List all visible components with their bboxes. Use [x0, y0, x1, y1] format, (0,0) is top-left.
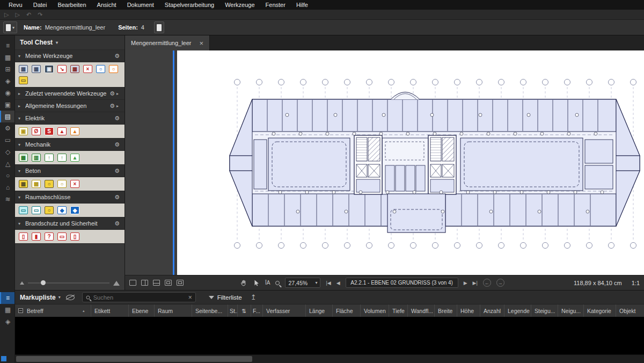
split-horizontal-icon[interactable] — [153, 280, 160, 286]
single-page-icon[interactable] — [129, 280, 136, 286]
menu-item[interactable]: Fenster — [260, 0, 291, 10]
menu-item[interactable]: Stapelverarbeitung — [159, 0, 219, 10]
page-setup-button[interactable] — [154, 21, 164, 33]
page-thumbnail-button[interactable]: ▾ — [3, 21, 17, 33]
column-header[interactable]: Wandfl... — [408, 304, 435, 317]
column-header[interactable]: Tiefe — [389, 304, 408, 317]
tool-icon[interactable]: ○ — [45, 180, 54, 188]
tool-icon[interactable]: ▦ — [19, 65, 28, 73]
tool-icon[interactable]: ◆ — [57, 206, 67, 214]
tool-icon[interactable]: ▲ — [70, 127, 79, 135]
tool-icon[interactable]: ▦ — [19, 180, 28, 188]
panel-icon[interactable]: △ — [0, 158, 14, 170]
tool-icon[interactable]: ↘ — [57, 65, 67, 73]
tool-icon[interactable]: ▣ — [19, 127, 28, 135]
gear-icon[interactable]: ⚙ — [109, 103, 115, 110]
view-back-button[interactable]: ← — [483, 279, 491, 287]
page-select[interactable]: A2.2.1 - EBENE 02 GRUNDRISS (3 von 4) — [346, 278, 458, 288]
toolchest-icon-size-slider[interactable] — [15, 276, 125, 290]
select-text-icon[interactable]: ĪA — [265, 280, 270, 286]
section-meine-werkzeuge[interactable]: ▾ Meine Werkzeuge ⚙ — [15, 50, 125, 62]
panel-icon[interactable]: ▤ — [0, 111, 14, 122]
tool-icon[interactable]: ▲ — [57, 127, 67, 135]
panel-icon[interactable]: ≡ — [0, 40, 14, 52]
view-forward-button[interactable]: → — [496, 279, 504, 287]
column-header[interactable]: Etikett — [91, 304, 129, 317]
panel-icon[interactable]: ◈ — [0, 75, 14, 87]
pan-hand-icon[interactable] — [240, 279, 247, 287]
horizontal-scrollbar[interactable] — [15, 354, 644, 363]
tool-icon[interactable]: ▭ — [57, 233, 67, 241]
document-canvas[interactable] — [125, 50, 644, 275]
select-cursor-icon[interactable] — [253, 279, 260, 287]
gear-icon[interactable]: ⚙ — [114, 168, 120, 175]
tool-icon[interactable]: ▩ — [32, 180, 41, 188]
column-header[interactable]: Raum — [155, 304, 192, 317]
column-header[interactable]: Neigu... — [558, 304, 584, 317]
column-header[interactable]: Betreff — [15, 304, 91, 317]
next-page-button[interactable]: ▶ — [464, 280, 467, 286]
tool-icon[interactable]: ▯ — [19, 233, 28, 241]
panel-icon[interactable]: ○ — [0, 170, 14, 182]
expand-icon[interactable]: ▸ — [116, 104, 121, 108]
markup-list-title[interactable]: Markupliste — [20, 294, 56, 301]
tool-icon[interactable]: ○ — [96, 65, 105, 73]
section-beton[interactable]: ▾ Beton ⚙ — [15, 165, 125, 177]
panel-icon[interactable]: ▭ — [0, 134, 14, 146]
panel-icon[interactable]: ⊞ — [0, 63, 14, 75]
column-header[interactable]: Länge — [306, 304, 333, 317]
toolbar-icon[interactable]: ▷ — [15, 10, 19, 19]
expand-icon[interactable]: ▸ — [116, 91, 121, 96]
menu-item[interactable]: Ansicht — [92, 0, 122, 10]
tool-icon[interactable]: × — [70, 180, 79, 188]
fit-page-icon[interactable] — [165, 280, 172, 286]
tool-icon[interactable]: ▥ — [32, 154, 41, 162]
filter-icon[interactable] — [209, 296, 214, 299]
tool-icon[interactable]: × — [83, 65, 92, 73]
menu-item[interactable]: Werkzeuge — [219, 0, 260, 10]
tool-icon[interactable]: ◆ — [70, 206, 79, 214]
column-header[interactable]: Volumen — [361, 304, 389, 317]
column-header[interactable]: Höhe — [457, 304, 480, 317]
tool-icon[interactable]: ▲ — [70, 154, 79, 162]
column-header[interactable]: St... — [228, 304, 238, 317]
toolbar-icon[interactable]: ↶ — [26, 10, 31, 19]
document-tab[interactable]: Mengenermittlung_leer × — [125, 35, 210, 50]
column-header[interactable]: Verfasser — [263, 304, 306, 317]
section-zuletzt-verwendete[interactable]: ▸ Zuletzt verwendete Werkzeuge ⚙ ▸ — [15, 88, 125, 100]
tool-icon[interactable]: ? — [45, 233, 54, 241]
gear-icon[interactable]: ⚙ — [114, 194, 120, 201]
tool-icon[interactable]: ↑ — [45, 154, 54, 162]
column-header[interactable]: Seitenbe... — [192, 304, 228, 317]
tool-icon[interactable]: ▦ — [32, 65, 41, 73]
column-header[interactable]: Anzahl — [480, 304, 504, 317]
section-mechanik[interactable]: ▾ Mechanik ⚙ — [15, 139, 125, 151]
column-header[interactable]: Steigu... — [531, 304, 558, 317]
clear-search-icon[interactable]: × — [188, 294, 192, 301]
menu-item[interactable]: Dokument — [122, 0, 159, 10]
column-header[interactable]: Ebene — [129, 304, 155, 317]
menu-item[interactable]: Hilfe — [291, 0, 313, 10]
column-header[interactable]: ⇅ — [238, 304, 251, 317]
panel-icon[interactable]: ◇ — [0, 146, 14, 158]
menu-item[interactable]: Bearbeiten — [52, 0, 91, 10]
gear-icon[interactable]: ⚙ — [114, 220, 120, 227]
gear-icon[interactable]: ⚙ — [114, 53, 120, 60]
tool-icon[interactable]: ▦ — [70, 65, 79, 73]
gear-icon[interactable]: ⚙ — [114, 115, 120, 122]
tool-icon[interactable]: ▭ — [32, 206, 41, 214]
tool-icon[interactable]: ▭ — [19, 76, 28, 84]
split-vertical-icon[interactable] — [141, 280, 148, 286]
column-header[interactable]: Kategorie — [584, 304, 616, 317]
menu-item[interactable]: Revu — [3, 0, 28, 10]
tool-icon[interactable]: ↑ — [57, 154, 67, 162]
last-page-button[interactable]: ▶| — [473, 280, 478, 286]
tool-icon[interactable]: ○ — [45, 206, 54, 214]
section-brandschutz[interactable]: ▾ Brandschutz und Sicherheit ⚙ — [15, 217, 125, 230]
tool-icon[interactable]: ▮ — [32, 233, 41, 241]
tool-icon[interactable]: ○ — [109, 65, 118, 73]
section-elektrik[interactable]: ▾ Elektrik ⚙ — [15, 112, 125, 125]
tool-icon[interactable]: Ø — [32, 127, 41, 135]
scrollbar-thumb[interactable] — [16, 356, 252, 362]
panel-icon[interactable]: ≡ — [0, 292, 14, 304]
